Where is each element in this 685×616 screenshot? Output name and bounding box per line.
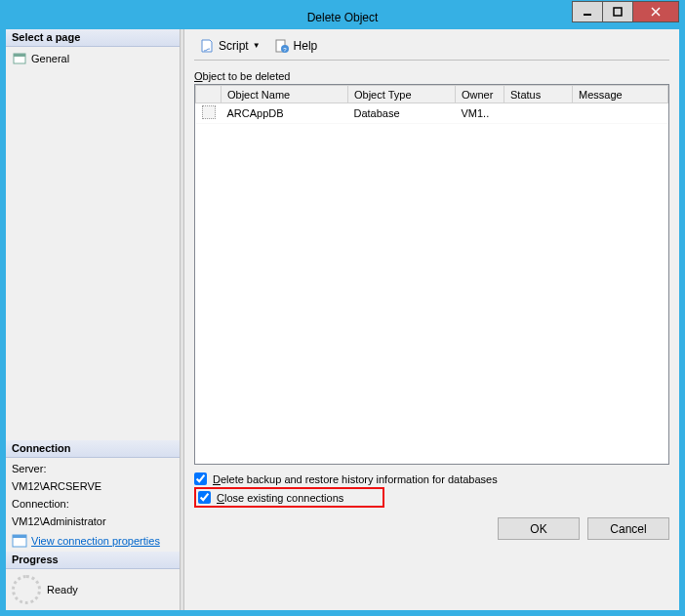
close-connections-row[interactable]: Close existing connections Close existin… <box>194 487 384 508</box>
left-pane: Select a page General Connection Server:… <box>6 29 180 610</box>
col-owner[interactable]: Owner <box>456 86 504 103</box>
page-item-general[interactable]: General <box>12 50 174 67</box>
svg-rect-7 <box>13 535 26 538</box>
progress-spinner-icon <box>12 575 41 604</box>
col-object-name[interactable]: Object Name <box>222 86 348 103</box>
delete-history-checkbox[interactable] <box>194 472 207 485</box>
help-icon: ? <box>274 38 290 54</box>
server-value: VM12\ARCSERVE <box>12 480 174 492</box>
objects-grid[interactable]: Object Name Object Type Owner Status Mes… <box>194 84 669 465</box>
help-label: Help <box>294 39 318 53</box>
cell-object-type: Database <box>348 103 456 124</box>
minimize-button[interactable] <box>572 1 603 22</box>
grid-label: OObject to be deletedbject to be deleted <box>194 70 669 82</box>
svg-rect-5 <box>14 54 25 57</box>
connection-value: VM12\Administrator <box>12 515 174 527</box>
script-label: Script <box>219 39 249 53</box>
script-button[interactable]: Script ▼ <box>194 35 265 57</box>
close-button[interactable] <box>632 1 679 22</box>
col-status[interactable]: Status <box>504 86 573 103</box>
progress-header: Progress <box>6 552 180 569</box>
grid-header-row: Object Name Object Type Owner Status Mes… <box>196 86 668 103</box>
progress-status: Ready <box>47 584 78 595</box>
right-pane: Script ▼ ? Help OObject to be deletedbje… <box>184 29 679 610</box>
cell-owner: VM1.. <box>456 103 504 124</box>
help-button[interactable]: ? Help <box>269 35 323 57</box>
connection-header: Connection <box>6 440 180 458</box>
svg-rect-1 <box>614 8 622 16</box>
cancel-button[interactable]: Cancel <box>587 517 669 540</box>
connection-label: Connection: <box>12 498 174 510</box>
page-label: General <box>31 53 69 64</box>
cell-status <box>504 103 573 124</box>
properties-icon <box>12 533 27 549</box>
select-page-header: Select a page <box>6 29 180 47</box>
toolbar: Script ▼ ? Help <box>194 35 669 61</box>
cell-object-name: ARCAppDB <box>222 103 348 124</box>
view-connection-properties-link[interactable]: View connection properties <box>12 533 174 549</box>
maximize-button[interactable] <box>602 1 633 22</box>
titlebar[interactable]: Delete Object <box>6 6 679 29</box>
col-message[interactable]: Message <box>573 86 668 103</box>
col-object-type[interactable]: Object Type <box>348 86 456 103</box>
row-icon <box>202 105 216 119</box>
table-row[interactable]: ARCAppDB Database VM1.. <box>196 103 668 124</box>
delete-history-label: Delete backup and restore history inform… <box>213 473 498 485</box>
cell-message <box>573 103 668 124</box>
close-connections-checkbox[interactable] <box>198 491 211 504</box>
ok-button[interactable]: OK <box>498 517 580 540</box>
dropdown-caret-icon[interactable]: ▼ <box>253 41 261 50</box>
page-icon <box>12 51 27 66</box>
delete-history-row[interactable]: Delete backup and restore history inform… <box>194 471 669 487</box>
server-label: Server: <box>12 463 174 474</box>
close-connections-label: Close existing connections <box>217 492 343 504</box>
view-connection-properties-label: View connection properties <box>31 535 160 547</box>
script-icon <box>199 38 215 54</box>
